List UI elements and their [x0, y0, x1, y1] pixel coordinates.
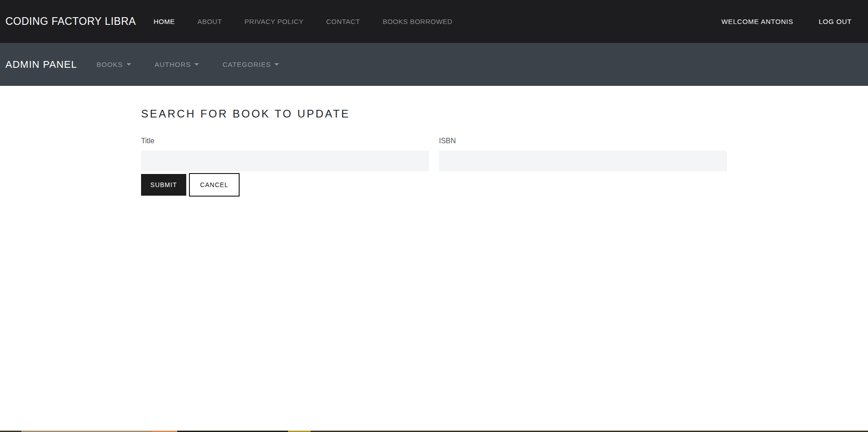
dropdown-categories-label: CATEGORIES [222, 61, 271, 68]
admin-panel-brand[interactable]: ADMIN PANEL [5, 59, 77, 70]
nav-books-borrowed[interactable]: BOOKS BORROWED [371, 18, 464, 25]
isbn-label: ISBN [439, 137, 727, 145]
nav-home[interactable]: HOME [142, 18, 186, 25]
chevron-down-icon [274, 63, 279, 66]
chevron-down-icon [127, 63, 131, 66]
nav-about[interactable]: ABOUT [186, 18, 233, 25]
welcome-text: WELCOME ANTONIS [722, 18, 793, 25]
dropdown-authors[interactable]: AUTHORS [143, 61, 211, 68]
isbn-field-group: ISBN [439, 137, 727, 171]
search-book-form: Title ISBN SUBMIT CANCEL [141, 137, 727, 197]
nav-contact[interactable]: CONTACT [315, 18, 371, 25]
submit-button[interactable]: SUBMIT [141, 174, 186, 196]
cancel-button[interactable]: CANCEL [189, 173, 240, 197]
logout-link[interactable]: LOG OUT [819, 18, 852, 25]
isbn-input[interactable] [439, 150, 727, 171]
dropdown-authors-label: AUTHORS [155, 61, 191, 68]
top-navbar-right: WELCOME ANTONIS LOG OUT [722, 18, 852, 25]
form-buttons-row: SUBMIT CANCEL [141, 173, 727, 197]
top-nav: HOME ABOUT PRIVACY POLICY CONTACT BOOKS … [142, 18, 464, 25]
top-navbar: CODING FACTORY LIBRA HOME ABOUT PRIVACY … [0, 0, 868, 43]
title-input[interactable] [141, 150, 429, 171]
admin-nav: BOOKS AUTHORS CATEGORIES [85, 61, 291, 68]
dropdown-books-label: BOOKS [97, 61, 123, 68]
nav-privacy-policy[interactable]: PRIVACY POLICY [233, 18, 315, 25]
title-label: Title [141, 137, 429, 145]
dropdown-books[interactable]: BOOKS [85, 61, 143, 68]
form-fields-row: Title ISBN [141, 137, 727, 171]
page-title: SEARCH FOR BOOK TO UPDATE [141, 108, 727, 120]
main-content: SEARCH FOR BOOK TO UPDATE Title ISBN SUB… [0, 86, 868, 197]
site-brand[interactable]: CODING FACTORY LIBRA [5, 15, 136, 28]
admin-navbar: ADMIN PANEL BOOKS AUTHORS CATEGORIES [0, 43, 868, 86]
dropdown-categories[interactable]: CATEGORIES [211, 61, 291, 68]
title-field-group: Title [141, 137, 429, 171]
chevron-down-icon [194, 63, 199, 66]
